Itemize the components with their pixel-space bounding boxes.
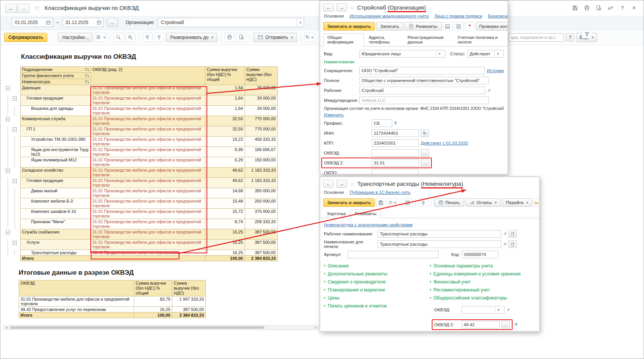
row-name-cell[interactable]: Ящик для инструментов Тауg №15: [20, 147, 91, 157]
row-pct-cell[interactable]: 16,25: [205, 229, 245, 240]
row-name-cell[interactable]: Комплект мебели Б-3: [20, 198, 91, 209]
section-item[interactable]: Основные параметры учета: [430, 263, 536, 269]
working-name-input[interactable]: Транспортные расходы: [378, 230, 501, 238]
row-tree-cell[interactable]: [3, 250, 20, 256]
tab[interactable]: Реквизиты: [351, 209, 380, 218]
row-tree-cell[interactable]: [3, 229, 20, 240]
row-okved-cell[interactable]: 31.01 Производство мебели для офисов и п…: [91, 95, 205, 106]
row-okved-cell[interactable]: 31.01 Производство мебели для офисов и п…: [91, 85, 205, 95]
row-okved-cell[interactable]: 31.01 Производство мебели для офисов и п…: [91, 209, 205, 219]
okved-input[interactable]: [372, 149, 419, 157]
nav-link[interactable]: Лица с правом подписи: [434, 14, 482, 18]
calendar-icon[interactable]: [46, 20, 51, 25]
section-item[interactable]: Сведения о производителе: [324, 279, 430, 285]
row-tree-cell[interactable]: [3, 137, 20, 147]
okved-select-button[interactable]: ...: [421, 149, 429, 157]
row-tree-cell[interactable]: [3, 188, 20, 198]
forward-button[interactable]: →: [336, 3, 347, 11]
save-close-button[interactable]: Записать и закрыть: [323, 22, 375, 31]
report-row[interactable]: Складское хозяйство 31.01 Производство м…: [3, 167, 277, 178]
favorite-star-icon[interactable]: ☆: [350, 5, 355, 11]
okved2-input[interactable]: 49.42: [461, 321, 500, 328]
row-sum-cell[interactable]: 250 000,00: [245, 198, 277, 209]
okpo-input[interactable]: [372, 169, 419, 174]
short-name-input[interactable]: ООО "Стройснаб": [359, 67, 485, 74]
search-icon[interactable]: [114, 33, 123, 42]
row-sum-cell[interactable]: 150 000,00: [245, 157, 277, 167]
tab[interactable]: Учетная политика и налоги: [453, 33, 505, 46]
goto-button[interactable]: Перейти: [502, 198, 532, 207]
report-row[interactable]: Транспортные расходы 49.42 Предоставлени…: [3, 250, 277, 256]
code-input[interactable]: 000000074: [462, 251, 498, 258]
preview-icon[interactable]: [595, 5, 602, 11]
summary-total-row[interactable]: Итого 100,00 2 384 833,33: [19, 312, 206, 318]
report-row[interactable]: Диван малый 31.01 Производство мебели дл…: [3, 188, 277, 198]
report-row[interactable]: Ящик полимерный М12 31.01 Производство м…: [3, 157, 277, 167]
okved-combo[interactable]: ▾: [461, 306, 505, 314]
row-tree-cell[interactable]: [3, 126, 20, 137]
summary-header-pct[interactable]: Сумма выручки (без НДС).% общий: [134, 280, 172, 296]
row-tree-cell[interactable]: [3, 209, 20, 219]
row-okved-cell[interactable]: 31.01 Производство мебели для офисов и п…: [91, 137, 205, 147]
section-item[interactable]: Финансовый учет: [430, 279, 536, 285]
inn-check-button[interactable]: ↻: [421, 129, 429, 137]
row-okved-cell[interactable]: 31.01 Производство мебели для офисов и п…: [91, 157, 205, 167]
row-name-cell[interactable]: Диван малый: [20, 188, 91, 198]
section-item[interactable]: Описание: [324, 263, 430, 269]
row-sum-cell[interactable]: 1 183 333,33: [245, 178, 277, 188]
row-okved-cell[interactable]: 31.01 Производство мебели для офисов и п…: [91, 229, 205, 240]
header-fin-group[interactable]: Группа финансового учета: [20, 73, 91, 79]
date-to-input[interactable]: 31.12.2025: [62, 18, 104, 27]
report-total-row[interactable]: Итого 100,00 2 384 833,33: [3, 256, 277, 261]
settings-button[interactable]: Настройки...: [58, 33, 93, 42]
generate-button[interactable]: Сформировать: [4, 33, 47, 42]
summary-header-okved[interactable]: ОКВЭД: [19, 280, 134, 296]
inn-input[interactable]: 1173434453: [372, 129, 419, 137]
row-sum-cell[interactable]: 387 500,00: [245, 240, 277, 250]
open-icon[interactable]: ↗: [487, 88, 490, 93]
row-name-cell[interactable]: Готовая продукция: [20, 178, 91, 188]
report-row[interactable]: Услуги 31.01 Производство мебели для офи…: [3, 240, 277, 250]
header-okved[interactable]: ОКВЭД (ред. 2): [91, 67, 205, 85]
row-okved-cell[interactable]: 31.01 Производство мебели для офисов и п…: [91, 126, 205, 137]
row-pct-cell[interactable]: 6,29: [205, 157, 245, 167]
filter-funnel-button[interactable]: [582, 29, 592, 39]
row-sum-cell[interactable]: 1 183 333,33: [245, 167, 277, 178]
row-pct-cell[interactable]: 19,22: [205, 137, 245, 147]
row-okved-cell[interactable]: 31.01 Производство мебели для офисов и п…: [91, 198, 205, 209]
nav-link[interactable]: Банковские счета ор: [488, 14, 508, 18]
expand-groups-icon[interactable]: [154, 33, 164, 42]
collapse-group-icon[interactable]: [13, 179, 17, 183]
similar-nomenclature-link[interactable]: Номенклатура с аналогичными свойствами: [324, 222, 413, 227]
print-preview-icon[interactable]: [236, 33, 246, 42]
row-okved-cell[interactable]: 31.01 Производство мебели для офисов и п…: [91, 240, 205, 250]
article-input[interactable]: [348, 251, 439, 258]
tab[interactable]: Карточка: [323, 209, 350, 218]
attached-files-button[interactable]: [443, 22, 453, 31]
row-okved-cell[interactable]: 31.01 Производство мебели для офисов и п…: [91, 116, 205, 126]
save-close-button[interactable]: Записать и закрыть: [323, 198, 375, 207]
collapse-group-icon[interactable]: [6, 86, 10, 90]
tab[interactable]: Адреса, телефоны: [365, 33, 403, 46]
report-row[interactable]: Служба снабжения 31.01 Производство мебе…: [3, 229, 277, 240]
summary-pct-cell[interactable]: 16,25: [134, 307, 172, 312]
settings-variants-button[interactable]: [95, 33, 106, 42]
row-tree-cell[interactable]: [3, 240, 20, 250]
row-sum-cell[interactable]: 387 500,00: [245, 229, 277, 240]
help-button[interactable]: ?: [566, 33, 574, 42]
international-name-input[interactable]: Veterok LLC: [359, 97, 489, 104]
kind-combo[interactable]: Юридическое лицо▾: [359, 50, 445, 58]
link-icon[interactable]: [607, 5, 614, 11]
header-revenue-sum[interactable]: Сумма выручки (без НДС): [245, 67, 277, 85]
favorite-star-icon[interactable]: ☆: [350, 181, 355, 187]
row-name-cell[interactable]: Устройство ТМ-30-1001-090: [20, 137, 91, 147]
collapse-group-icon[interactable]: [13, 241, 17, 245]
change-link[interactable]: Изменить: [324, 113, 344, 117]
row-okved-cell[interactable]: 31.01 Производство мебели для офисов и п…: [91, 147, 205, 157]
row-tree-cell[interactable]: [3, 198, 20, 209]
nav-link[interactable]: Публикация в 1С:Бизнес-сеть: [350, 190, 410, 195]
row-tree-cell[interactable]: [3, 116, 20, 126]
full-name-input[interactable]: Общество с ограниченной ответственностью…: [359, 77, 489, 84]
row-pct-cell[interactable]: 8,74: [205, 219, 245, 229]
scrollbar-thumb[interactable]: [10, 326, 264, 329]
